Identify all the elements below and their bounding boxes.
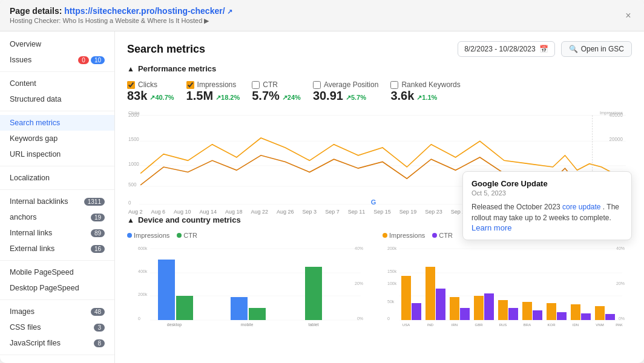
svg-text:150k: 150k bbox=[387, 269, 397, 273]
sidebar-item-mobile-pagespeed[interactable]: Mobile PageSpeed bbox=[0, 264, 114, 280]
ranked-kw-checkbox[interactable] bbox=[390, 81, 398, 89]
sidebar-item-keywords-gap[interactable]: Keywords gap bbox=[0, 131, 114, 146]
avg-pos-value: 30.91 ↗5.7% bbox=[313, 89, 379, 103]
avg-pos-checkbox[interactable] bbox=[313, 81, 321, 89]
sidebar-item-internal-backlinks[interactable]: Internal backlinks 1311 bbox=[0, 194, 114, 209]
svg-text:USA: USA bbox=[402, 323, 410, 327]
mobile-impressions-bar bbox=[231, 297, 248, 320]
page-title: Page details: https://sitechecker.pro/ho… bbox=[10, 6, 232, 16]
svg-rect-59 bbox=[571, 304, 580, 320]
svg-rect-54 bbox=[508, 308, 518, 320]
svg-rect-56 bbox=[533, 310, 542, 320]
sidebar-item-url-inspection[interactable]: URL inspection bbox=[0, 146, 114, 162]
sidebar-item-javascript-files[interactable]: JavaScript files 8 bbox=[0, 335, 114, 351]
impressions-change: ↗18.2% bbox=[215, 94, 240, 102]
page-subtitle: Hosting Checker: Who Is Hosting a Websit… bbox=[10, 17, 232, 25]
sidebar-item-internal-links[interactable]: Internal links 89 bbox=[0, 225, 114, 241]
anchors-badge: 19 bbox=[91, 214, 105, 221]
main-section-title: Search metrics bbox=[127, 43, 205, 56]
date-range-picker[interactable]: 8/2/2023 - 10/28/2023 📅 bbox=[458, 41, 554, 57]
sidebar-item-search-metrics[interactable]: Search metrics bbox=[0, 115, 114, 131]
country-chart: Impressions CTR 200k 150k 100k 50k bbox=[383, 232, 632, 333]
sidebar-item-external-links[interactable]: External links 16 bbox=[0, 241, 114, 257]
metric-avg-position: Average Position 30.91 ↗5.7% bbox=[313, 80, 379, 103]
main-header: Search metrics 8/2/2023 - 10/28/2023 📅 🔍… bbox=[115, 31, 644, 64]
svg-text:IRN: IRN bbox=[452, 323, 458, 327]
sidebar-item-css-files[interactable]: CSS files 3 bbox=[0, 319, 114, 335]
internal-links-badge: 89 bbox=[91, 229, 105, 237]
svg-rect-55 bbox=[522, 302, 532, 320]
impressions-checkbox-wrap[interactable]: Impressions bbox=[186, 80, 240, 89]
calendar-icon: 📅 bbox=[539, 45, 548, 53]
clicks-value: 83k ↗40.7% bbox=[127, 89, 174, 103]
open-gsc-button[interactable]: 🔍 Open in GSC bbox=[561, 41, 632, 57]
country-impressions-dot bbox=[383, 233, 387, 238]
header-controls: 8/2/2023 - 10/28/2023 📅 🔍 Open in GSC bbox=[458, 41, 632, 57]
metric-ranked-keywords: Ranked Keywords 3.6k ↗1.1% bbox=[390, 80, 460, 103]
issues-badge-red: 0 bbox=[78, 56, 89, 64]
sidebar-item-internal-backlinks-anchors[interactable]: anchors 19 bbox=[0, 209, 114, 225]
svg-rect-45 bbox=[401, 276, 411, 320]
country-ctr-dot bbox=[432, 233, 437, 238]
tooltip-date: Oct 5, 2023 bbox=[472, 189, 623, 197]
sidebar-label-content: Content bbox=[10, 79, 36, 88]
mobile-ctr-bar bbox=[249, 308, 266, 320]
js-badge: 8 bbox=[94, 339, 105, 347]
page-url-link[interactable]: https://sitechecker.pro/hosting-checker/ bbox=[64, 6, 225, 16]
performance-section-header[interactable]: ▲ Performance metrics bbox=[127, 64, 632, 73]
avg-pos-change: ↗5.7% bbox=[346, 94, 366, 102]
sidebar-item-images[interactable]: Images 48 bbox=[0, 304, 114, 319]
sidebar-label-keywords-gap: Keywords gap bbox=[10, 134, 58, 143]
clicks-checkbox-wrap[interactable]: Clicks bbox=[127, 80, 174, 89]
sidebar-item-localization[interactable]: Localization bbox=[0, 170, 114, 186]
sidebar-item-desktop-pagespeed[interactable]: Desktop PageSpeed bbox=[0, 280, 114, 296]
impressions-legend: Impressions bbox=[134, 232, 169, 239]
subtitle-text: Hosting Checker: Who Is Hosting a Websit… bbox=[10, 17, 202, 24]
clicks-label: Clicks bbox=[138, 80, 157, 89]
external-link-icon: ↗ bbox=[227, 8, 232, 15]
impressions-number: 1.5M bbox=[186, 89, 213, 103]
sidebar-item-structured-data[interactable]: Structured data bbox=[0, 91, 114, 107]
device-chart: Impressions CTR 600k 400k 200k 0 bbox=[127, 232, 376, 333]
sidebar-label-internal-backlinks: Internal backlinks bbox=[10, 197, 68, 206]
svg-rect-49 bbox=[450, 297, 459, 320]
sidebar-item-overview[interactable]: Overview bbox=[0, 36, 114, 52]
close-button[interactable]: × bbox=[622, 10, 634, 22]
ctr-change: ↗24% bbox=[282, 94, 301, 102]
tablet-bar bbox=[305, 267, 322, 320]
sidebar-item-issues[interactable]: Issues 0 10 bbox=[0, 52, 114, 68]
internal-backlinks-badge: 1311 bbox=[84, 198, 105, 206]
app-body: Overview Issues 0 10 Content Structured … bbox=[0, 31, 644, 363]
sidebar-label-structured-data: Structured data bbox=[10, 95, 61, 103]
impressions-checkbox[interactable] bbox=[186, 81, 194, 89]
title-bar-left: Page details: https://sitechecker.pro/ho… bbox=[10, 6, 232, 25]
learn-more-link[interactable]: Learn more bbox=[472, 223, 511, 232]
sidebar: Overview Issues 0 10 Content Structured … bbox=[0, 31, 115, 363]
ranked-kw-checkbox-wrap[interactable]: Ranked Keywords bbox=[390, 80, 460, 89]
clicks-number: 83k bbox=[127, 89, 147, 103]
ctr-checkbox[interactable] bbox=[252, 81, 260, 89]
svg-rect-61 bbox=[595, 306, 605, 320]
core-update-link[interactable]: core update bbox=[562, 203, 600, 211]
sidebar-item-html-source[interactable]: HTML source bbox=[0, 359, 114, 363]
svg-text:50k: 50k bbox=[387, 299, 395, 304]
sidebar-label-external-links: External links bbox=[10, 244, 54, 253]
sidebar-label-desktop-pagespeed: Desktop PageSpeed bbox=[10, 284, 79, 292]
clicks-checkbox[interactable] bbox=[127, 81, 135, 89]
ctr-legend: CTR bbox=[183, 232, 197, 239]
svg-text:tablet: tablet bbox=[308, 322, 318, 327]
sidebar-item-content[interactable]: Content bbox=[0, 76, 114, 91]
country-impressions-legend: Impressions bbox=[389, 232, 425, 239]
svg-text:desktop: desktop bbox=[167, 322, 182, 327]
svg-rect-52 bbox=[484, 293, 494, 320]
svg-text:200k: 200k bbox=[387, 246, 397, 250]
ranked-kw-value: 3.6k ↗1.1% bbox=[390, 89, 460, 103]
avg-pos-checkbox-wrap[interactable]: Average Position bbox=[313, 80, 379, 89]
ranked-kw-number: 3.6k bbox=[390, 89, 414, 103]
ctr-checkbox-wrap[interactable]: CTR bbox=[252, 80, 301, 89]
ctr-number: 5.7% bbox=[252, 89, 280, 103]
svg-text:1000: 1000 bbox=[128, 162, 139, 167]
sidebar-label-issues: Issues bbox=[10, 56, 31, 64]
svg-text:BRA: BRA bbox=[524, 323, 531, 327]
metric-clicks: Clicks 83k ↗40.7% bbox=[127, 80, 174, 103]
